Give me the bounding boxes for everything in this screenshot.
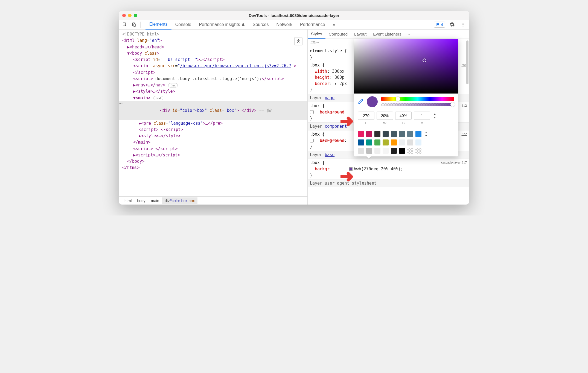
script-4[interactable]: <script> </script> bbox=[122, 127, 304, 133]
accessibility-icon[interactable] bbox=[294, 37, 302, 45]
palette-swatch[interactable] bbox=[366, 139, 372, 145]
eyedropper-icon[interactable] bbox=[358, 99, 363, 105]
style-node-1[interactable]: ▶<style>…</style> bbox=[122, 88, 304, 95]
toolbar-right: 4 bbox=[434, 21, 467, 28]
flex-badge[interactable]: flex bbox=[168, 83, 178, 88]
selected-node[interactable]: <div id="color-box" class="box"> </div> … bbox=[119, 101, 307, 120]
palette-swatch[interactable] bbox=[407, 139, 413, 145]
inspect-element-icon[interactable] bbox=[121, 21, 129, 28]
box-rule-base[interactable]: cascade-layer:317 .box { backgr hwb(270d… bbox=[308, 159, 469, 179]
style-node-2[interactable]: ▶<style>…</style> bbox=[122, 133, 304, 139]
styles-tab-listeners[interactable]: Event Listeners bbox=[370, 30, 404, 39]
palette-swatch[interactable] bbox=[358, 131, 364, 137]
palette-swatch[interactable] bbox=[399, 139, 405, 145]
body-close[interactable]: </body> bbox=[122, 158, 304, 165]
tab-performance[interactable]: Performance bbox=[296, 20, 329, 30]
tab-network[interactable]: Network bbox=[272, 20, 296, 30]
palette-stepper[interactable]: ▲▼ bbox=[425, 131, 427, 137]
nav-node[interactable]: ▶<nav>…</nav> flex bbox=[122, 82, 304, 88]
format-stepper[interactable]: ▲▼ bbox=[433, 112, 436, 119]
palette-swatch-transparent[interactable] bbox=[407, 148, 413, 154]
alpha-slider[interactable] bbox=[381, 103, 454, 106]
main-tabs: Elements Console Performance insights So… bbox=[145, 20, 339, 30]
palette-swatch[interactable] bbox=[415, 131, 421, 137]
layer-page-link[interactable]: page bbox=[325, 95, 334, 100]
palette-swatch[interactable] bbox=[374, 148, 380, 154]
crumb-html[interactable]: html bbox=[122, 197, 134, 204]
html-close[interactable]: </html> bbox=[122, 165, 304, 171]
a-input[interactable] bbox=[414, 112, 430, 120]
script-inline[interactable]: <script> document .body .classList .togg… bbox=[122, 76, 304, 82]
toggle-checkbox[interactable] bbox=[310, 110, 314, 114]
script-bs[interactable]: <script id="__bs_script__">…</script> bbox=[122, 57, 304, 63]
styles-tab-computed[interactable]: Computed bbox=[325, 30, 351, 39]
hwb-value[interactable]: hwb(270deg 20% 40%); bbox=[354, 167, 403, 171]
body-open[interactable]: ▼<body class> bbox=[122, 50, 304, 57]
hue-slider[interactable] bbox=[381, 97, 454, 101]
title-bar: DevTools - localhost:8080/demo/cascade-l… bbox=[119, 11, 469, 20]
main-close[interactable]: </main> bbox=[122, 139, 304, 145]
palette-swatch[interactable] bbox=[358, 148, 364, 154]
tabs-overflow[interactable]: » bbox=[329, 20, 339, 30]
tab-sources[interactable]: Sources bbox=[249, 20, 273, 30]
palette-swatch[interactable] bbox=[399, 131, 405, 137]
color-swatch[interactable] bbox=[349, 167, 353, 171]
palette-swatch[interactable] bbox=[383, 139, 389, 145]
b-input[interactable] bbox=[395, 112, 412, 120]
script-5[interactable]: <script> </script> bbox=[122, 146, 304, 152]
crumb-selected[interactable]: div#color-box.box bbox=[162, 197, 197, 204]
palette-swatch[interactable] bbox=[391, 148, 397, 154]
tab-console[interactable]: Console bbox=[171, 20, 195, 30]
color-palette: ▲▼ bbox=[354, 128, 458, 156]
palette-swatch-transparent[interactable] bbox=[415, 148, 421, 154]
html-open[interactable]: <html lang="en"> bbox=[122, 37, 304, 44]
tab-performance-insights[interactable]: Performance insights bbox=[195, 20, 249, 30]
palette-swatch[interactable] bbox=[383, 148, 389, 154]
settings-icon[interactable] bbox=[448, 21, 456, 28]
saturation-cursor[interactable] bbox=[423, 59, 426, 62]
palette-swatch[interactable] bbox=[415, 139, 421, 145]
script-6[interactable]: ▶<script>…</script> bbox=[122, 152, 304, 158]
palette-swatch[interactable] bbox=[407, 131, 413, 137]
w-input[interactable] bbox=[377, 112, 393, 120]
saturation-field[interactable] bbox=[354, 39, 458, 94]
palette-swatch[interactable] bbox=[358, 139, 364, 145]
styles-tab-styles[interactable]: Styles bbox=[308, 30, 325, 39]
palette-swatch[interactable] bbox=[374, 131, 380, 137]
palette-swatch[interactable] bbox=[383, 131, 389, 137]
console-messages-badge[interactable]: 4 bbox=[434, 22, 445, 28]
main-open[interactable]: ▼<main> grid bbox=[122, 95, 304, 101]
toggle-checkbox[interactable] bbox=[310, 139, 314, 142]
styles-tab-layout[interactable]: Layout bbox=[351, 30, 370, 39]
badge-count: 4 bbox=[441, 22, 443, 27]
flask-icon bbox=[241, 23, 245, 27]
palette-swatch[interactable] bbox=[391, 131, 397, 137]
palette-swatch[interactable] bbox=[366, 131, 372, 137]
head-node[interactable]: ▶<head>…</head> bbox=[122, 44, 304, 50]
device-toggle-icon[interactable] bbox=[130, 21, 138, 28]
crumb-main[interactable]: main bbox=[148, 197, 162, 204]
tab-elements[interactable]: Elements bbox=[145, 20, 171, 30]
palette-swatch[interactable] bbox=[374, 139, 380, 145]
source-link[interactable]: cascade-layer:317 bbox=[441, 160, 467, 165]
scrollbar[interactable] bbox=[466, 40, 468, 84]
source-link[interactable]: 312 bbox=[462, 103, 467, 108]
script-sync[interactable]: <script async src="/browser-sync/browser… bbox=[122, 63, 304, 76]
more-menu-icon[interactable] bbox=[459, 21, 467, 28]
h-input[interactable] bbox=[358, 112, 374, 120]
palette-swatch[interactable] bbox=[366, 148, 372, 154]
window-title: DevTools - localhost:8080/demo/cascade-l… bbox=[119, 13, 469, 18]
palette-swatch[interactable] bbox=[399, 148, 405, 154]
pre-node[interactable]: ▶<pre class="language-css">…</pre> bbox=[122, 120, 304, 127]
svg-rect-2 bbox=[134, 24, 135, 27]
layer-base-link[interactable]: base bbox=[325, 152, 334, 157]
grid-badge[interactable]: grid bbox=[153, 96, 163, 100]
crumb-body[interactable]: body bbox=[134, 197, 148, 204]
palette-swatch[interactable] bbox=[391, 139, 397, 145]
hwb-labels: H W B A bbox=[354, 121, 458, 128]
styles-tabs-overflow[interactable]: » bbox=[405, 30, 414, 39]
source-link[interactable]: 322 bbox=[462, 131, 467, 137]
color-preview bbox=[367, 96, 378, 107]
dom-tree[interactable]: <!DOCTYPE html> <html lang="en"> ▶<head>… bbox=[119, 30, 307, 196]
svg-point-4 bbox=[463, 24, 464, 25]
